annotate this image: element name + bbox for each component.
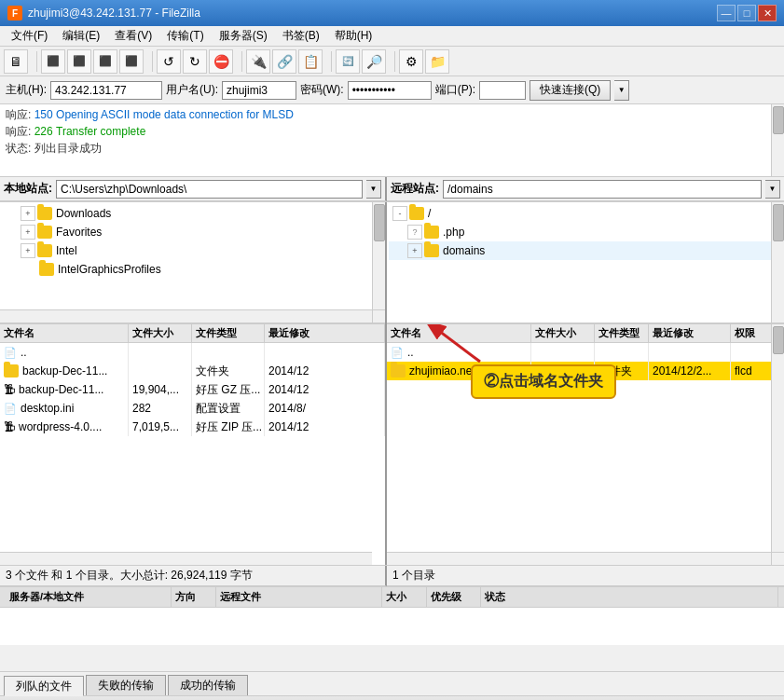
remote-expand-domains[interactable]: + [407, 243, 422, 258]
tree-item-favorites[interactable]: + Favorites [2, 223, 383, 241]
remote-label-root: / [428, 207, 431, 220]
toolbar-btn-7[interactable]: ↻ [183, 49, 207, 74]
local-file-type-0: 文件夹 [192, 362, 265, 380]
queue-tab-queued[interactable]: 列队的文件 [4, 676, 84, 696]
local-col-size[interactable]: 文件大小 [129, 324, 192, 342]
queue-col-status[interactable]: 状态 [481, 587, 778, 607]
queue-tab-success[interactable]: 成功的传输 [168, 675, 248, 695]
quick-connect-dropdown[interactable]: ▼ [614, 80, 629, 101]
toolbar-btn-3[interactable]: ⬛ [67, 49, 91, 74]
tree-expand-intel[interactable]: + [21, 243, 35, 258]
queue-tab-failed[interactable]: 失败的传输 [86, 675, 166, 695]
local-file-type-1: 好压 GZ 压... [192, 380, 265, 399]
local-path-label: 本地站点: [4, 181, 52, 197]
menu-bookmarks[interactable]: 书签(B) [275, 26, 327, 46]
toolbar-btn-1[interactable]: 🖥 [4, 49, 28, 74]
remote-tree-scroll-y[interactable] [771, 202, 784, 323]
host-input[interactable] [50, 81, 162, 100]
local-col-name[interactable]: 文件名 [0, 324, 129, 342]
port-input[interactable] [479, 81, 526, 100]
remote-col-type[interactable]: 文件类型 [595, 324, 649, 342]
folder-icon-favorites [37, 226, 52, 239]
remote-tree-scroll-thumb[interactable] [773, 204, 784, 241]
local-tree-scroll-y[interactable] [372, 202, 385, 309]
tree-expand-favorites[interactable]: + [21, 225, 35, 240]
toolbar-btn-5[interactable]: ⬛ [119, 49, 144, 74]
local-tree-scroll-thumb[interactable] [374, 204, 385, 241]
toolbar: 🖥 ⬛ ⬛ ⬛ ⬛ ↺ ↻ ⛔ 🔌 🔗 📋 🔄 🔎 ⚙ 📁 [0, 47, 784, 76]
local-file-row-3[interactable]: 🗜 wordpress-4.0.... 7,019,5... 好压 ZIP 压.… [0, 418, 385, 436]
toolbar-btn-4[interactable]: ⬛ [93, 49, 117, 74]
menu-edit[interactable]: 编辑(E) [55, 26, 107, 46]
tree-item-intergraphics[interactable]: IntelGraphicsProfiles [2, 260, 383, 279]
remote-expand-php[interactable]: ? [407, 225, 422, 240]
pass-input[interactable] [348, 81, 432, 100]
local-path-dropdown[interactable]: ▼ [366, 180, 381, 199]
remote-tree-domains[interactable]: + domains [389, 241, 782, 260]
toolbar-btn-11[interactable]: 📋 [298, 49, 323, 74]
local-col-type[interactable]: 文件类型 [192, 324, 265, 342]
remote-file-scroll-x[interactable] [387, 552, 771, 565]
local-file-row-0[interactable]: backup-Dec-11... 文件夹 2014/12 [0, 362, 385, 380]
queue-col-direction[interactable]: 方向 [172, 587, 216, 607]
remote-col-date[interactable]: 最近修改 [649, 324, 731, 342]
local-path-input[interactable] [56, 180, 363, 199]
remote-folder-root [409, 207, 424, 220]
local-file-scroll-x[interactable] [0, 552, 372, 565]
toolbar-btn-9[interactable]: 🔌 [246, 49, 270, 74]
tree-item-intel[interactable]: + Intel [2, 241, 383, 260]
log-line-2: 状态: 列出目录成功 [6, 140, 778, 157]
local-file-row-parent[interactable]: 📄.. [0, 343, 385, 362]
toolbar-btn-15[interactable]: 📁 [425, 49, 449, 74]
remote-tree-php[interactable]: ? .php [389, 223, 782, 241]
minimize-button[interactable]: — [717, 5, 736, 21]
toolbar-btn-12[interactable]: 🔄 [336, 49, 360, 74]
remote-expand-root[interactable]: - [392, 206, 407, 221]
local-file-name-0: backup-Dec-11... [0, 362, 129, 380]
menu-file[interactable]: 文件(F) [4, 26, 55, 46]
toolbar-btn-8[interactable]: ⛔ [209, 49, 233, 74]
close-button[interactable]: ✕ [758, 5, 777, 21]
remote-tree-content: - / ? .php + domains [387, 202, 784, 262]
window-title: zhujimi3@43.242.131.77 - FileZilla [28, 7, 717, 20]
local-file-type-parent [192, 343, 265, 362]
local-file-name-3: 🗜 wordpress-4.0.... [0, 418, 129, 436]
remote-path-input[interactable] [443, 180, 762, 199]
remote-tree: - / ? .php + domains [387, 202, 784, 323]
local-tree-scroll-x[interactable] [0, 309, 372, 323]
remote-path-label: 远程站点: [391, 181, 439, 197]
local-file-size-3: 7,019,5... [129, 418, 192, 436]
log-scrollbar-thumb[interactable] [773, 106, 784, 134]
toolbar-btn-14[interactable]: ⚙ [399, 49, 423, 74]
toolbar-btn-10[interactable]: 🔗 [272, 49, 296, 74]
remote-path-dropdown[interactable]: ▼ [765, 180, 780, 199]
menu-server[interactable]: 服务器(S) [212, 26, 275, 46]
folder-icon-downloads [37, 207, 52, 220]
remote-col-size[interactable]: 文件大小 [531, 324, 595, 342]
local-file-date-1: 2014/12 [265, 380, 385, 399]
remote-tree-root[interactable]: - / [389, 204, 782, 223]
remote-file-scroll-thumb[interactable] [773, 326, 784, 354]
menu-view[interactable]: 查看(V) [107, 26, 159, 46]
local-col-date[interactable]: 最近修改 [265, 324, 385, 342]
toolbar-btn-2[interactable]: ⬛ [41, 49, 65, 74]
queue-col-server[interactable]: 服务器/本地文件 [6, 587, 172, 607]
local-file-row-2[interactable]: 📄 desktop.ini 282 配置设置 2014/8/ [0, 399, 385, 418]
toolbar-btn-13[interactable]: 🔎 [362, 49, 386, 74]
log-scrollbar-y[interactable] [771, 104, 784, 176]
queue-col-remote[interactable]: 远程文件 [216, 587, 382, 607]
queue-col-priority[interactable]: 优先级 [427, 587, 481, 607]
menu-transfer[interactable]: 传输(T) [159, 26, 211, 46]
user-input[interactable] [222, 81, 296, 100]
quick-connect-button[interactable]: 快速连接(Q) [530, 80, 611, 101]
local-file-row-1[interactable]: 🗜 backup-Dec-11... 19,904,... 好压 GZ 压...… [0, 380, 385, 399]
toolbar-btn-6[interactable]: ↺ [157, 49, 181, 74]
menu-help[interactable]: 帮助(H) [327, 26, 380, 46]
tree-expand-downloads[interactable]: + [21, 206, 35, 221]
remote-file-scroll-y[interactable] [771, 324, 784, 552]
remote-label-php: .php [443, 226, 464, 239]
queue-col-size[interactable]: 大小 [382, 587, 427, 607]
maximize-button[interactable]: □ [737, 5, 756, 21]
local-status-text: 3 个文件 和 1 个目录。大小总计: 26,924,119 字节 [6, 568, 253, 583]
tree-item-downloads[interactable]: + Downloads [2, 204, 383, 223]
